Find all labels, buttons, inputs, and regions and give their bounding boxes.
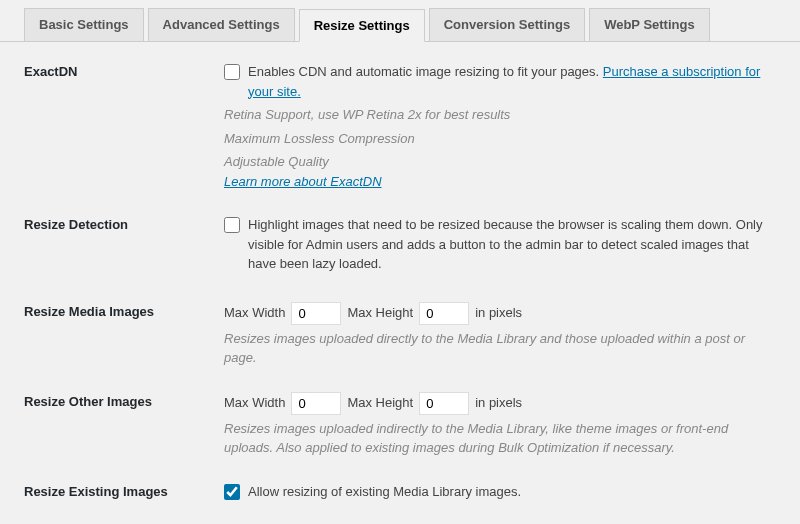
resize-other-max-height-label: Max Height bbox=[347, 393, 413, 413]
link-learn-exactdn[interactable]: Learn more about ExactDN bbox=[224, 174, 382, 189]
tab-resize-settings[interactable]: Resize Settings bbox=[299, 9, 425, 42]
tab-advanced-settings[interactable]: Advanced Settings bbox=[148, 8, 295, 41]
checkbox-exactdn[interactable] bbox=[224, 64, 240, 80]
input-resize-other-max-width[interactable] bbox=[291, 392, 341, 415]
row-resize-media: Resize Media Images Max Width Max Height… bbox=[24, 302, 776, 368]
resize-media-max-width-label: Max Width bbox=[224, 303, 285, 323]
tab-basic-settings[interactable]: Basic Settings bbox=[24, 8, 144, 41]
resize-media-desc: Resizes images uploaded directly to the … bbox=[224, 329, 776, 368]
resize-media-units: in pixels bbox=[475, 303, 522, 323]
label-resize-media: Resize Media Images bbox=[24, 302, 224, 319]
tab-webp-settings[interactable]: WebP Settings bbox=[589, 8, 710, 41]
label-exactdn: ExactDN bbox=[24, 62, 224, 79]
label-resize-detection: Resize Detection bbox=[24, 215, 224, 232]
input-resize-media-max-height[interactable] bbox=[419, 302, 469, 325]
row-resize-detection: Resize Detection Highlight images that n… bbox=[24, 215, 776, 278]
exactdn-desc-quality: Adjustable Quality bbox=[224, 152, 776, 172]
input-resize-other-max-height[interactable] bbox=[419, 392, 469, 415]
row-resize-other: Resize Other Images Max Width Max Height… bbox=[24, 392, 776, 458]
input-resize-media-max-width[interactable] bbox=[291, 302, 341, 325]
resize-other-max-width-label: Max Width bbox=[224, 393, 285, 413]
settings-form: ExactDN Enables CDN and automatic image … bbox=[0, 42, 800, 524]
row-resize-existing: Resize Existing Images Allow resizing of… bbox=[24, 482, 776, 506]
exactdn-checkbox-text: Enables CDN and automatic image resizing… bbox=[248, 64, 599, 79]
resize-detection-text: Highlight images that need to be resized… bbox=[248, 215, 776, 274]
checkbox-resize-existing[interactable] bbox=[224, 484, 240, 500]
row-exactdn: ExactDN Enables CDN and automatic image … bbox=[24, 62, 776, 191]
label-resize-other: Resize Other Images bbox=[24, 392, 224, 409]
resize-other-units: in pixels bbox=[475, 393, 522, 413]
tab-conversion-settings[interactable]: Conversion Settings bbox=[429, 8, 585, 41]
exactdn-desc-retina: Retina Support, use WP Retina 2x for bes… bbox=[224, 105, 776, 125]
label-resize-existing: Resize Existing Images bbox=[24, 482, 224, 499]
checkbox-resize-detection[interactable] bbox=[224, 217, 240, 233]
exactdn-desc-lossless: Maximum Lossless Compression bbox=[224, 129, 776, 149]
resize-other-desc: Resizes images uploaded indirectly to th… bbox=[224, 419, 776, 458]
resize-media-max-height-label: Max Height bbox=[347, 303, 413, 323]
settings-tabs: Basic Settings Advanced Settings Resize … bbox=[0, 0, 800, 42]
resize-existing-text: Allow resizing of existing Media Library… bbox=[248, 482, 776, 502]
